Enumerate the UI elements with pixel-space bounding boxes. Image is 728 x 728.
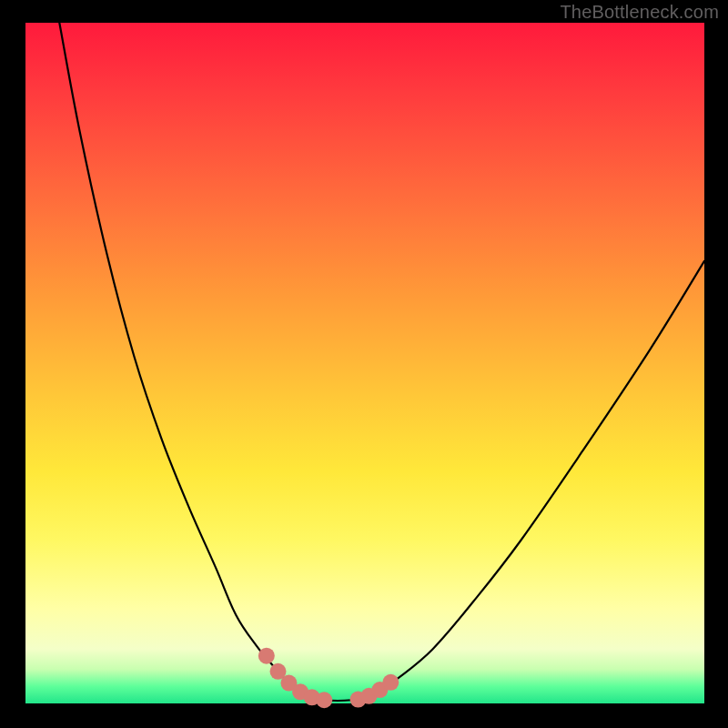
chart-frame: TheBottleneck.com (0, 0, 728, 728)
bottleneck-curve (59, 23, 704, 701)
highlight-markers (258, 648, 399, 709)
marker-dot (316, 692, 332, 708)
marker-dot (258, 648, 275, 664)
watermark-text: TheBottleneck.com (560, 2, 719, 23)
chart-svg (25, 23, 704, 703)
marker-dot (382, 674, 399, 691)
chart-plot-area (25, 23, 704, 703)
